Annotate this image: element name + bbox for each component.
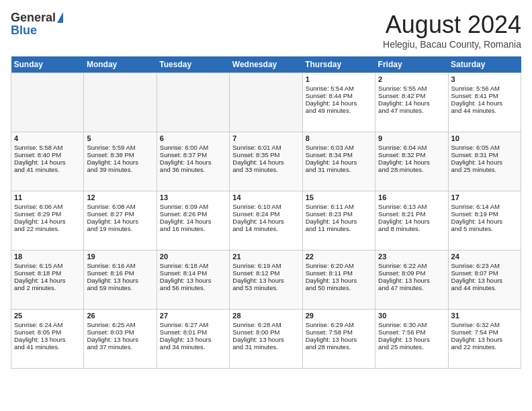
calendar-cell-1-4 [230,73,302,132]
calendar-cell-1-3 [157,73,229,132]
calendar-cell-1-1 [11,73,84,132]
day-info-line: Daylight: 14 hours [451,158,518,166]
calendar-cell-5-3: 27Sunrise: 6:27 AMSunset: 8:01 PMDayligh… [157,310,229,369]
day-info-line: and 41 minutes. [14,166,81,173]
day-number: 23 [378,253,445,261]
calendar-subtitle: Helegiu, Bacau County, Romania [383,39,521,50]
day-number: 28 [232,312,299,320]
day-info-line: Sunset: 8:27 PM [87,210,153,218]
day-info-line: Sunset: 8:41 PM [451,92,518,99]
calendar-table: SundayMondayTuesdayWednesdayThursdayFrid… [11,56,521,369]
day-info-line: Sunrise: 6:00 AM [160,144,226,151]
weekday-header-saturday: Saturday [448,56,521,73]
day-info-line: Sunrise: 6:11 AM [306,203,372,210]
day-info-line: Sunrise: 6:09 AM [160,203,226,210]
calendar-week-1: 1Sunrise: 5:54 AMSunset: 8:44 PMDaylight… [11,73,521,132]
day-info-line: and 14 minutes. [232,225,299,232]
day-info-line: Daylight: 14 hours [160,158,226,166]
day-info-line: and 37 minutes. [87,343,153,351]
day-info-line: Sunrise: 6:10 AM [232,203,299,210]
day-info-line: Sunset: 8:21 PM [378,210,445,218]
day-info-line: Sunset: 8:18 PM [14,269,81,277]
day-number: 17 [451,193,518,201]
calendar-week-3: 11Sunrise: 6:06 AMSunset: 8:29 PMDayligh… [11,191,521,250]
day-number: 26 [87,312,153,320]
calendar-cell-3-7: 17Sunrise: 6:14 AMSunset: 8:19 PMDayligh… [448,191,521,250]
day-info-line: Daylight: 13 hours [14,336,81,343]
day-info-line: Daylight: 13 hours [451,336,518,343]
day-info-line: and 11 minutes. [306,225,372,232]
calendar-cell-2-7: 10Sunrise: 6:05 AMSunset: 8:31 PMDayligh… [448,132,521,191]
day-info-line: and 8 minutes. [378,225,445,232]
calendar-cell-4-3: 20Sunrise: 6:18 AMSunset: 8:14 PMDayligh… [157,250,229,310]
day-number: 27 [160,312,226,320]
day-info-line: Sunset: 8:32 PM [378,151,445,158]
day-info-line: and 2 minutes. [14,284,81,291]
calendar-cell-5-5: 29Sunrise: 6:29 AMSunset: 7:58 PMDayligh… [302,310,375,369]
page-header: General Blue August 2024 Helegiu, Bacau … [11,11,521,50]
day-number: 18 [14,253,81,261]
calendar-cell-4-5: 22Sunrise: 6:20 AMSunset: 8:11 PMDayligh… [302,250,375,310]
logo-general: General [11,11,56,25]
day-number: 21 [232,253,299,261]
day-info-line: and 22 minutes. [14,225,81,232]
day-info-line: Daylight: 13 hours [160,277,226,284]
day-info-line: Sunset: 8:24 PM [232,210,299,218]
day-info-line: Daylight: 13 hours [232,277,299,284]
calendar-cell-3-6: 16Sunrise: 6:13 AMSunset: 8:21 PMDayligh… [375,191,448,250]
weekday-header-tuesday: Tuesday [157,56,229,73]
day-info-line: Sunrise: 6:25 AM [87,321,153,328]
day-info-line: Daylight: 13 hours [451,277,518,284]
day-info-line: Sunrise: 6:06 AM [14,203,81,210]
day-info-line: Sunset: 7:58 PM [306,328,372,336]
day-info-line: Sunset: 8:11 PM [306,269,372,277]
calendar-week-4: 18Sunrise: 6:15 AMSunset: 8:18 PMDayligh… [11,250,521,310]
calendar-cell-2-1: 4Sunrise: 5:58 AMSunset: 8:40 PMDaylight… [11,132,84,191]
day-number: 6 [160,134,226,142]
day-info-line: Daylight: 14 hours [306,99,372,107]
day-info-line: Sunrise: 6:14 AM [451,203,518,210]
day-info-line: Sunrise: 6:27 AM [160,321,226,328]
day-number: 10 [451,134,518,142]
day-number: 1 [306,75,372,83]
day-info-line: Sunrise: 6:32 AM [451,321,518,328]
calendar-cell-3-1: 11Sunrise: 6:06 AMSunset: 8:29 PMDayligh… [11,191,84,250]
logo: General Blue [11,11,63,38]
calendar-cell-2-5: 8Sunrise: 6:03 AMSunset: 8:34 PMDaylight… [302,132,375,191]
day-info-line: Sunrise: 6:01 AM [232,144,299,151]
day-info-line: Sunrise: 6:15 AM [14,262,81,269]
day-number: 22 [306,253,372,261]
day-info-line: Sunrise: 5:54 AM [306,85,372,92]
day-number: 25 [14,312,81,320]
weekday-header-wednesday: Wednesday [230,56,302,73]
day-info-line: and 25 minutes. [378,343,445,351]
day-info-line: and 22 minutes. [451,343,518,351]
day-info-line: and 39 minutes. [87,166,153,173]
day-info-line: Daylight: 14 hours [87,158,153,166]
calendar-cell-3-2: 12Sunrise: 6:08 AMSunset: 8:27 PMDayligh… [84,191,157,250]
calendar-cell-5-7: 31Sunrise: 6:32 AMSunset: 7:54 PMDayligh… [448,310,521,369]
day-info-line: Sunset: 8:38 PM [87,151,153,158]
day-number: 16 [378,193,445,201]
day-info-line: Sunrise: 6:28 AM [232,321,299,328]
day-info-line: Daylight: 13 hours [160,336,226,343]
day-info-line: Sunrise: 6:19 AM [232,262,299,269]
day-info-line: and 47 minutes. [378,107,445,114]
day-number: 11 [14,193,81,201]
calendar-cell-1-6: 2Sunrise: 5:55 AMSunset: 8:42 PMDaylight… [375,73,448,132]
calendar-cell-2-4: 7Sunrise: 6:01 AMSunset: 8:35 PMDaylight… [230,132,302,191]
day-info-line: Sunrise: 5:55 AM [378,85,445,92]
day-info-line: Daylight: 13 hours [87,277,153,284]
day-info-line: Sunrise: 6:13 AM [378,203,445,210]
day-info-line: Sunrise: 6:05 AM [451,144,518,151]
day-info-line: Sunset: 8:31 PM [451,151,518,158]
day-info-line: Sunset: 8:00 PM [232,328,299,336]
day-info-line: Daylight: 14 hours [14,158,81,166]
day-info-line: Daylight: 14 hours [306,218,372,225]
calendar-cell-1-5: 1Sunrise: 5:54 AMSunset: 8:44 PMDaylight… [302,73,375,132]
weekday-header-thursday: Thursday [302,56,375,73]
day-info-line: Daylight: 14 hours [378,158,445,166]
day-number: 31 [451,312,518,320]
day-info-line: Sunset: 8:03 PM [87,328,153,336]
day-number: 19 [87,253,153,261]
